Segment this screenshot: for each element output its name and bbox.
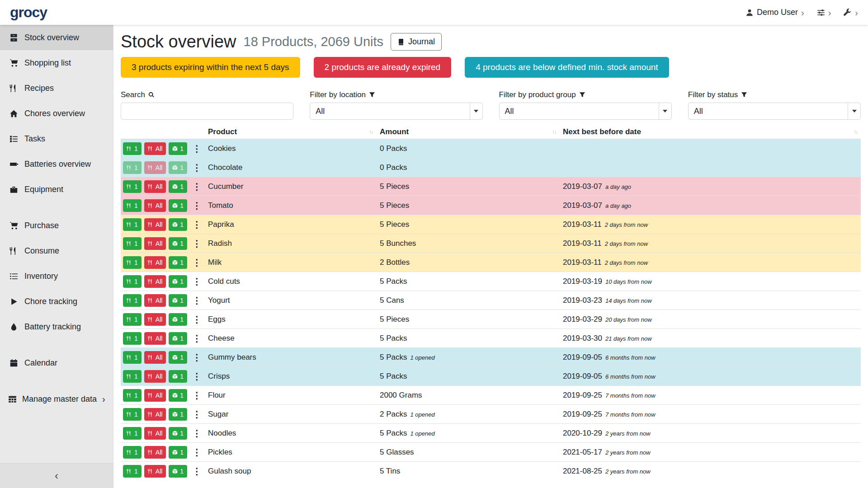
open-one-button[interactable]: 1 [169,142,187,155]
sidebar-item-purchase[interactable]: Purchase [0,213,113,238]
open-one-button[interactable]: 1 [169,294,187,307]
sidebar-item-manage-master-data[interactable]: Manage master data› [0,386,113,412]
open-one-button[interactable]: 1 [169,465,187,478]
consume-one-button[interactable]: 1 [123,465,142,478]
consume-one-button[interactable]: 1 [123,142,142,155]
sidebar-item-consume[interactable]: Consume [0,238,113,263]
consume-one-button[interactable]: 1 [123,351,142,364]
row-menu-button[interactable]: ⋮ [190,295,203,306]
search-input[interactable] [121,103,293,120]
consume-one-button[interactable]: 1 [123,427,142,440]
consume-one-button[interactable]: 1 [123,389,142,402]
sidebar-item-chores-overview[interactable]: Chores overview [0,101,113,126]
open-one-button[interactable]: 1 [169,446,187,459]
row-menu-button[interactable]: ⋮ [190,219,203,230]
app-logo[interactable]: grocy [10,4,47,21]
sidebar-item-batteries-overview[interactable]: Batteries overview [0,151,113,177]
consume-one-button[interactable]: 1 [123,218,142,231]
row-menu-button[interactable]: ⋮ [190,314,203,325]
row-menu-button[interactable]: ⋮ [190,276,203,287]
consume-all-button[interactable]: All [144,275,166,288]
sidebar-item-battery-tracking[interactable]: Battery tracking [0,314,113,339]
row-menu-button[interactable]: ⋮ [190,428,203,439]
expired-alert[interactable]: 2 products are already expired [314,57,452,78]
open-one-button[interactable]: 1 [169,370,187,383]
row-menu-button[interactable]: ⋮ [190,257,203,268]
sidebar-item-equipment[interactable]: Equipment [0,177,113,202]
open-one-button[interactable]: 1 [169,256,187,269]
consume-all-button[interactable]: All [144,446,166,459]
user-menu[interactable]: Demo User › [745,8,804,17]
row-menu-button[interactable]: ⋮ [190,352,203,363]
consume-one-button[interactable]: 1 [123,199,142,212]
product-column-header[interactable]: Product↑↓ [204,125,376,139]
open-one-button[interactable]: 1 [169,389,187,402]
row-menu-button[interactable]: ⋮ [190,162,203,173]
consume-all-button[interactable]: All [144,294,166,307]
consume-one-button[interactable]: 1 [123,313,142,326]
consume-all-button[interactable]: All [144,142,166,155]
open-one-button[interactable]: 1 [169,180,187,193]
consume-all-button[interactable]: All [144,256,166,269]
sidebar-item-recipes[interactable]: Recipes [0,75,113,101]
open-one-button[interactable]: 1 [169,237,187,250]
consume-one-button[interactable]: 1 [123,180,142,193]
consume-all-button[interactable]: All [144,427,166,440]
sidebar-collapse-button[interactable]: ‹ [0,463,113,488]
date-column-header[interactable]: Next best before date↑↓ [559,125,861,139]
consume-all-button[interactable]: All [144,218,166,231]
consume-one-button[interactable]: 1 [123,294,142,307]
sidebar-item-inventory[interactable]: Inventory [0,263,113,289]
sidebar-item-chore-tracking[interactable]: Chore tracking [0,289,113,314]
location-filter-select[interactable]: All [310,103,482,120]
row-menu-button[interactable]: ⋮ [190,409,203,420]
consume-all-button[interactable]: All [144,180,166,193]
row-menu-button[interactable]: ⋮ [190,181,203,192]
consume-one-button[interactable]: 1 [123,370,142,383]
consume-all-button[interactable]: All [144,199,166,212]
consume-one-button[interactable]: 1 [123,256,142,269]
sidebar-item-calendar[interactable]: Calendar [0,350,113,375]
open-one-button[interactable]: 1 [169,408,187,421]
row-menu-button[interactable]: ⋮ [190,143,203,154]
row-menu-button[interactable]: ⋮ [190,333,203,344]
consume-all-button[interactable]: All [144,389,166,402]
consume-all-button[interactable]: All [144,313,166,326]
consume-one-button[interactable]: 1 [123,446,142,459]
sidebar-item-tasks[interactable]: Tasks [0,126,113,151]
journal-button[interactable]: Journal [391,33,442,51]
open-one-button[interactable]: 1 [169,332,187,345]
row-menu-button[interactable]: ⋮ [190,447,203,458]
row-menu-button[interactable]: ⋮ [190,390,203,401]
consume-all-button[interactable]: All [144,351,166,364]
settings-menu[interactable]: › [817,8,831,17]
below-min-stock-alert[interactable]: 4 products are below defined min. stock … [465,57,669,78]
row-menu-button[interactable]: ⋮ [190,200,203,211]
consume-one-button[interactable]: 1 [123,237,142,250]
open-one-button[interactable]: 1 [169,351,187,364]
admin-menu[interactable]: › [844,8,858,17]
product-group-filter-select[interactable]: All [499,103,672,120]
consume-one-button[interactable]: 1 [123,275,142,288]
consume-all-button[interactable]: All [144,237,166,250]
sidebar-item-label: Calendar [24,358,57,368]
status-filter-select[interactable]: All [688,103,861,120]
amount-column-header[interactable]: Amount↑↓ [376,125,559,139]
open-one-button[interactable]: 1 [169,199,187,212]
consume-one-button[interactable]: 1 [123,408,142,421]
sidebar-item-stock-overview[interactable]: Stock overview [0,25,113,50]
sidebar-item-shopping-list[interactable]: Shopping list [0,50,113,75]
expiring-alert[interactable]: 3 products expiring within the next 5 da… [121,57,300,78]
consume-all-button[interactable]: All [144,370,166,383]
consume-one-button[interactable]: 1 [123,332,142,345]
open-one-button[interactable]: 1 [169,218,187,231]
consume-all-button[interactable]: All [144,332,166,345]
open-one-button[interactable]: 1 [169,427,187,440]
row-menu-button[interactable]: ⋮ [190,371,203,382]
row-menu-button[interactable]: ⋮ [190,466,203,477]
row-menu-button[interactable]: ⋮ [190,238,203,249]
consume-all-button[interactable]: All [144,465,166,478]
consume-all-button[interactable]: All [144,408,166,421]
open-one-button[interactable]: 1 [169,275,187,288]
open-one-button[interactable]: 1 [169,313,187,326]
